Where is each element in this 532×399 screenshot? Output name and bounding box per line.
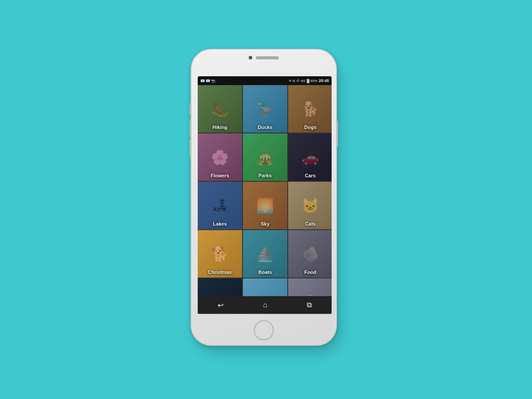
- volume-down-button[interactable]: [190, 120, 192, 137]
- navigation-bar: ↩ ⌂ ⧉: [198, 296, 332, 314]
- grid-label-boats: Boats: [243, 270, 287, 275]
- phone-body: 📧 📧 📷 ✳ N ⏱ 4G ▓ 60% 20:45 🥾Hiking🦆Ducks…: [191, 49, 337, 346]
- battery-icon: ▓ 60%: [307, 79, 317, 83]
- signal-icons: ✳ N ⏱ 4G: [289, 79, 305, 83]
- silent-button[interactable]: [190, 139, 192, 157]
- grid-item-cats[interactable]: 🐱Cats: [288, 182, 332, 229]
- grid-item-hiking[interactable]: 🥾Hiking: [198, 85, 242, 133]
- grid-label-cats: Cats: [288, 221, 332, 227]
- grid-label-ducks: Ducks: [243, 125, 287, 130]
- grid-label-sky: Sky: [243, 221, 287, 227]
- status-right-info: ✳ N ⏱ 4G ▓ 60% 20:45: [289, 78, 329, 83]
- phone-screen: 📧 📧 📷 ✳ N ⏱ 4G ▓ 60% 20:45 🥾Hiking🦆Ducks…: [198, 76, 332, 314]
- time-display: 20:45: [319, 78, 329, 83]
- recents-button[interactable]: ⧉: [302, 299, 316, 311]
- speaker-grille: [256, 56, 279, 59]
- home-button-physical[interactable]: [254, 320, 274, 340]
- grid-item-sky[interactable]: 🌅Sky: [243, 182, 287, 229]
- grid-item-dogs[interactable]: 🐕Dogs: [288, 85, 332, 133]
- phone-device: 📧 📧 📷 ✳ N ⏱ 4G ▓ 60% 20:45 🥾Hiking🦆Ducks…: [191, 49, 341, 350]
- back-button[interactable]: ↩: [213, 299, 228, 311]
- grid-label-dogs: Dogs: [288, 125, 332, 130]
- camera-lens: [249, 56, 252, 59]
- front-camera-area: [249, 56, 279, 59]
- photo-grid: 🥾Hiking🦆Ducks🐕Dogs🌸Flowers🎪Parks🚗Cars🏞La…: [198, 85, 332, 314]
- grid-label-hiking: Hiking: [198, 125, 242, 130]
- notification-icons: 📧 📧 📷: [200, 79, 215, 83]
- grid-label-lakes: Lakes: [198, 221, 242, 227]
- home-button-nav[interactable]: ⌂: [258, 299, 272, 311]
- volume-up-button[interactable]: [190, 103, 192, 115]
- grid-item-parks[interactable]: 🎪Parks: [243, 133, 287, 181]
- grid-item-christmas[interactable]: 🐕Christmas: [198, 230, 242, 278]
- grid-label-flowers: Flowers: [198, 173, 242, 178]
- status-bar: 📧 📧 📷 ✳ N ⏱ 4G ▓ 60% 20:45: [198, 76, 332, 85]
- grid-item-lakes[interactable]: 🏞Lakes: [198, 182, 242, 229]
- status-left-icons: 📧 📧 📷: [200, 79, 215, 83]
- grid-item-boats[interactable]: ⛵Boats: [243, 230, 287, 278]
- power-button[interactable]: [336, 121, 338, 147]
- grid-label-food: Food: [288, 270, 332, 275]
- grid-label-parks: Parks: [243, 173, 287, 178]
- grid-item-ducks[interactable]: 🦆Ducks: [243, 85, 287, 133]
- grid-item-flowers[interactable]: 🌸Flowers: [198, 133, 242, 181]
- grid-label-christmas: Christmas: [198, 270, 242, 275]
- grid-label-cars: Cars: [288, 173, 332, 178]
- grid-item-cars[interactable]: 🚗Cars: [288, 133, 332, 181]
- grid-item-food[interactable]: 🪨Food: [288, 230, 332, 278]
